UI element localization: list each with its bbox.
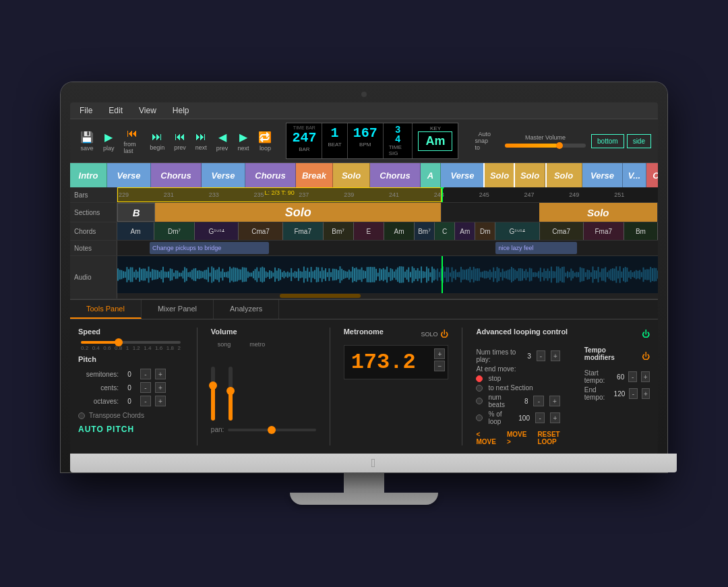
section-block-chorus[interactable]: Chorus [151,163,202,187]
num-beats-radio[interactable] [476,398,483,404]
loop-label: L: 2/3 T: 90 [264,189,294,196]
menu-edit[interactable]: Edit [106,104,125,117]
chord-Am[interactable]: Am [455,222,475,240]
semitones-plus[interactable]: + [155,369,166,379]
num-beats-minus[interactable]: - [533,396,544,406]
metro-vol-slider[interactable] [229,367,233,421]
start-tempo-minus[interactable]: - [628,371,637,382]
tab-analyzers[interactable]: Analyzers [214,300,279,319]
view-side-button[interactable]: side [627,134,651,148]
chord-Fma7[interactable]: Fma7 [584,222,624,240]
transpose-radio[interactable] [78,412,85,419]
loop-button[interactable]: 🔁 loop [255,129,275,153]
prev-button[interactable]: ◀ prev [213,129,232,153]
end-tempo-plus[interactable]: + [642,388,650,399]
octaves-plus[interactable]: + [155,396,166,406]
chord-C[interactable]: C [435,222,455,240]
tempo-power-icon[interactable]: ⏻ [642,352,650,361]
note-lazy[interactable]: nice lazy feel [495,242,576,254]
metro-up[interactable]: + [434,348,445,359]
octaves-minus[interactable]: - [140,396,151,406]
master-volume-slider[interactable] [505,144,586,148]
prev-marker-button[interactable]: ⏮ prev [171,129,189,152]
pan-slider[interactable] [228,429,315,431]
start-tempo-plus[interactable]: + [641,371,650,382]
note-bridge[interactable]: Change pickups to bridge [150,242,268,254]
auto-pitch-button[interactable]: AUTO PITCH [78,425,134,434]
section-block-solo[interactable]: Solo [515,163,545,187]
section-block-chorus[interactable]: Chorus [245,163,296,187]
song-vol-slider[interactable] [211,367,215,421]
scroll-bar[interactable] [117,293,658,299]
section-block-verse[interactable]: Verse [441,163,485,187]
section-block-verse[interactable]: Verse [582,163,623,187]
section-block-outro[interactable]: Outro [646,163,658,187]
svg-rect-66 [235,268,236,282]
section-solo-main[interactable]: Solo [155,203,442,222]
tab-mixer-panel[interactable]: Mixer Panel [142,300,214,319]
section-block-solo[interactable]: Solo [485,163,515,187]
chord-Am[interactable]: Am [384,222,415,240]
chord-Bm[interactable]: Bm⁷ [324,222,354,240]
chord-Bm[interactable]: Bm⁷ [415,222,435,240]
section-block-break[interactable]: Break [296,163,333,187]
menu-help[interactable]: Help [170,104,192,117]
svg-rect-140 [368,267,369,282]
num-times-plus[interactable]: + [551,350,559,361]
chord-Dm[interactable]: Dm [475,222,495,240]
num-beats-plus[interactable]: + [549,396,560,406]
section-block-intro[interactable]: Intro [70,163,107,187]
tab-tools-panel[interactable]: Tools Panel [70,300,142,319]
chord-Cma7[interactable]: Cma7 [239,222,282,240]
at-end-label: At end move: [476,365,516,373]
begin-button[interactable]: ⏭ begin [146,129,168,152]
section-block-v...[interactable]: V... [623,163,646,187]
svg-rect-206 [487,272,489,278]
svg-rect-88 [274,268,276,282]
svg-rect-119 [330,272,332,277]
play-button[interactable]: ▶ play [100,129,118,153]
view-bottom-button[interactable]: bottom [591,134,624,148]
section-block-solo[interactable]: Solo [333,163,370,187]
chord-G[interactable]: Gˢᵘˢ⁴ [195,222,239,240]
pct-loop-plus[interactable]: + [550,412,559,423]
chord-Cma7[interactable]: Cma7 [540,222,584,240]
chord-Bm[interactable]: Bm [624,222,658,240]
chord-E[interactable]: E [354,222,384,240]
next-section-radio[interactable] [476,385,483,392]
section-solo-right[interactable]: Solo [539,203,658,222]
section-block-chorus[interactable]: Chorus [370,163,421,187]
next-button[interactable]: ▶ next [234,129,252,153]
num-times-minus[interactable]: - [537,350,545,361]
menu-view[interactable]: View [136,104,159,117]
move-right-button[interactable]: MOVE > [507,431,526,445]
section-block-verse[interactable]: Verse [202,163,245,187]
chord-Dm[interactable]: Dm⁷ [154,222,195,240]
section-block-solo[interactable]: Solo [545,163,582,187]
move-left-button[interactable]: < MOVE [476,431,495,445]
chord-G[interactable]: Gˢᵘˢ⁴ [495,222,539,240]
section-block-verse[interactable]: Verse [107,163,151,187]
loop-power-icon[interactable]: ⏻ [642,330,650,339]
pct-loop-minus[interactable]: - [535,412,545,423]
save-button[interactable]: 💾 save [77,129,97,153]
cents-plus[interactable]: + [155,382,166,393]
semitones-minus[interactable]: - [140,369,151,379]
pct-loop-radio[interactable] [476,414,483,421]
chord-Fma7[interactable]: Fma7 [283,222,324,240]
cents-minus[interactable]: - [140,382,151,393]
from-last-button[interactable]: ⏮ from last [121,126,144,156]
chord-Am[interactable]: Am [117,222,154,240]
section-B[interactable]: B [117,203,155,222]
stop-radio[interactable] [476,375,483,382]
metro-down[interactable]: − [434,361,445,371]
metro-power-icon[interactable]: ⏻ [440,330,448,339]
svg-rect-259 [583,268,584,281]
svg-rect-203 [482,272,483,278]
next-marker-button[interactable]: ⏭ next [192,129,210,152]
reset-loop-button[interactable]: RESET LOOP [537,431,559,445]
end-tempo-minus[interactable]: - [629,388,637,399]
menu-file[interactable]: File [77,104,95,117]
speed-slider-track[interactable] [81,341,181,344]
section-block-a[interactable]: A [421,163,441,187]
